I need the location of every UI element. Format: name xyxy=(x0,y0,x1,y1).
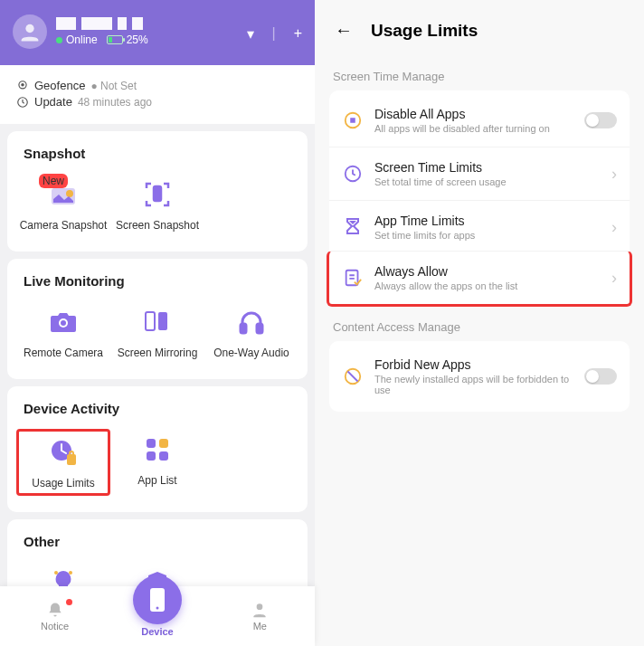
clock-icon xyxy=(16,96,29,109)
forbid-new-apps-row[interactable]: Forbid New AppsThe newly installed apps … xyxy=(329,345,630,408)
screen-snapshot-icon xyxy=(140,177,175,212)
online-status: Online xyxy=(56,33,98,46)
svg-rect-12 xyxy=(257,324,262,333)
bottom-nav: Notice Device Me xyxy=(0,586,315,646)
screen-snapshot-tile[interactable]: Screen Snapshot xyxy=(110,174,204,235)
camera-icon xyxy=(46,305,80,339)
svg-point-5 xyxy=(66,190,73,197)
clock-icon xyxy=(342,163,364,185)
svg-rect-19 xyxy=(159,451,168,461)
svg-point-25 xyxy=(156,607,158,610)
screen-time-manage-card: Disable All AppsAll apps will be disable… xyxy=(329,90,630,308)
bell-icon xyxy=(46,601,64,619)
svg-rect-15 xyxy=(70,451,73,456)
content-access-card: Forbid New AppsThe newly installed apps … xyxy=(329,341,630,412)
device-info: Geofence ● Not Set Update 48 minutes ago xyxy=(0,65,315,124)
headphones-icon xyxy=(234,305,269,339)
disable-icon xyxy=(342,109,364,131)
back-icon[interactable]: ← xyxy=(335,20,353,41)
svg-rect-28 xyxy=(350,118,355,123)
svg-rect-9 xyxy=(146,312,155,330)
hourglass-icon xyxy=(342,216,364,238)
svg-point-21 xyxy=(54,571,58,575)
always-allow-row[interactable]: Always AllowAlways allow the apps on the… xyxy=(327,251,632,307)
screen-mirroring-tile[interactable]: Screen Mirroring xyxy=(110,301,204,363)
usage-limits-tile[interactable]: Usage Limits xyxy=(16,429,110,496)
app-list-tile[interactable]: App List xyxy=(110,429,204,496)
section-title: Device Activity xyxy=(24,401,291,416)
section-label: Content Access Manage xyxy=(333,320,626,334)
svg-point-2 xyxy=(22,83,24,85)
camera-snapshot-icon: New xyxy=(46,177,80,212)
nav-me[interactable]: Me xyxy=(228,601,291,632)
app-list-icon xyxy=(140,432,175,467)
usage-limits-icon xyxy=(46,435,80,470)
avatar[interactable] xyxy=(13,14,47,49)
device-name-redacted xyxy=(56,17,148,30)
screen-time-limits-row[interactable]: Screen Time LimitsSet total time of scre… xyxy=(329,147,630,200)
svg-point-22 xyxy=(69,571,72,575)
geofence-icon xyxy=(16,80,29,92)
one-way-audio-tile[interactable]: One-Way Audio xyxy=(204,301,298,363)
disable-all-apps-row[interactable]: Disable All AppsAll apps will be disable… xyxy=(329,94,630,147)
device-panel: Online 25% ▾ | + Geofence ● Not Set xyxy=(0,0,315,646)
svg-rect-10 xyxy=(158,312,167,330)
section-title: Snapshot xyxy=(24,146,291,161)
battery-indicator: 25% xyxy=(107,33,148,46)
profile-header: Online 25% ▾ | + xyxy=(0,0,315,65)
live-monitoring-card: Live Monitoring Remote Camera Screen Mir… xyxy=(7,259,308,379)
mirroring-icon xyxy=(140,305,175,339)
chevron-right-icon: › xyxy=(611,269,617,288)
snapshot-card: Snapshot New Camera Snapshot Screen Snap… xyxy=(7,131,308,252)
toggle[interactable] xyxy=(584,112,617,128)
svg-rect-18 xyxy=(147,451,156,461)
svg-rect-16 xyxy=(147,439,156,448)
forbid-icon xyxy=(342,366,364,387)
camera-snapshot-tile[interactable]: New Camera Snapshot xyxy=(16,174,110,235)
usage-limits-panel: ← Usage Limits Screen Time Manage Disabl… xyxy=(315,0,644,646)
section-title: Live Monitoring xyxy=(24,273,291,289)
svg-point-26 xyxy=(257,603,263,610)
app-time-limits-row[interactable]: App Time LimitsSet time limits for apps … xyxy=(329,200,630,253)
svg-point-8 xyxy=(61,320,66,326)
checklist-icon xyxy=(342,267,364,289)
chevron-down-icon[interactable]: ▾ xyxy=(247,25,254,43)
svg-point-0 xyxy=(25,24,33,33)
device-activity-card: Device Activity Usage Limits App List xyxy=(7,386,308,512)
svg-rect-17 xyxy=(159,439,168,448)
nav-device[interactable]: Device xyxy=(133,595,182,637)
toggle[interactable] xyxy=(584,368,617,385)
page-title: Usage Limits xyxy=(371,21,478,41)
chevron-right-icon: › xyxy=(611,218,617,237)
scroll-area[interactable]: Geofence ● Not Set Update 48 minutes ago… xyxy=(0,65,315,646)
section-title: Other xyxy=(24,534,291,549)
phone-icon xyxy=(147,586,167,613)
remote-camera-tile[interactable]: Remote Camera xyxy=(16,301,110,363)
svg-rect-11 xyxy=(241,324,246,333)
svg-rect-6 xyxy=(154,186,161,201)
nav-notice[interactable]: Notice xyxy=(24,601,87,632)
add-icon[interactable]: + xyxy=(294,25,302,43)
section-label: Screen Time Manage xyxy=(333,70,626,83)
person-icon xyxy=(251,601,269,619)
chevron-right-icon: › xyxy=(611,165,617,184)
